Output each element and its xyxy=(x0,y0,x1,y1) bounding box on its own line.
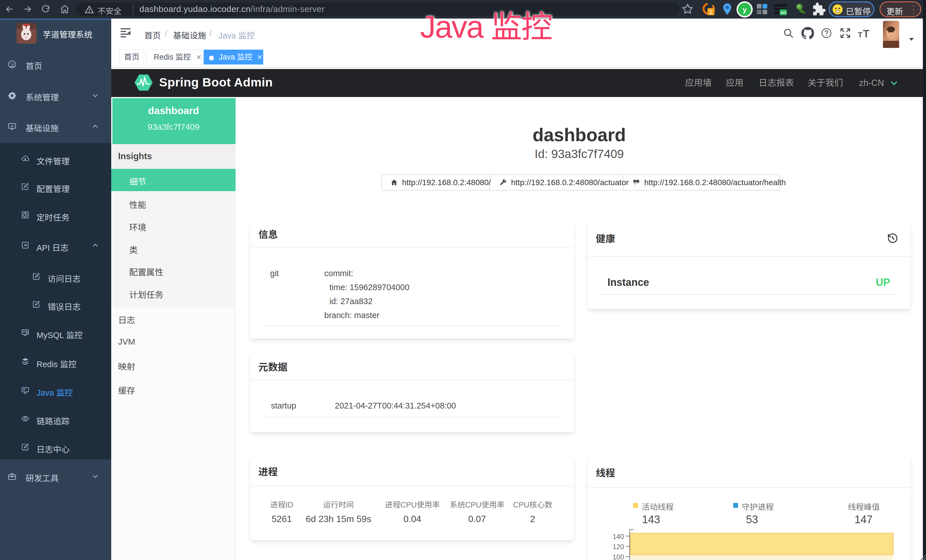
svg-text:T: T xyxy=(863,28,870,39)
svg-text:y: y xyxy=(743,6,747,14)
svg-text:140: 140 xyxy=(613,533,624,540)
svg-text:100: 100 xyxy=(613,553,624,560)
svg-text:1: 1 xyxy=(709,9,713,15)
svg-text:T: T xyxy=(858,30,862,39)
svg-text:on: on xyxy=(781,10,786,15)
svg-text:120: 120 xyxy=(613,543,624,551)
